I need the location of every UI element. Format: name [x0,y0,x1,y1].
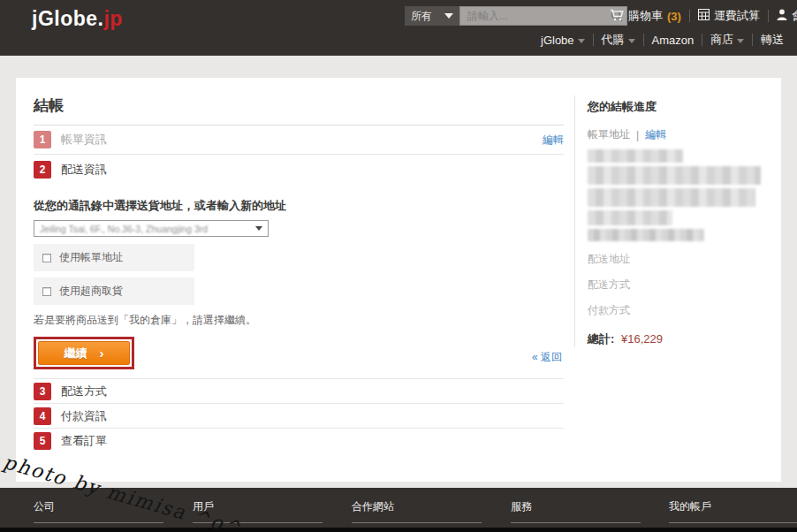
redacted-line [588,210,672,225]
nav-label: 轉送 [761,32,784,48]
step-row-billing-info: 1 帳單資訊 編輯 [34,125,564,155]
remaining-steps: 3 配送方式 4 付款資訊 5 查看訂單 [34,379,564,453]
cart-link[interactable]: 購物車 (3) [610,8,681,24]
edit-billing-address-link[interactable]: 編輯 [645,127,666,142]
logo-accent-text: jp [103,7,122,30]
address-select-value: Jeiling Tsai, 6F., No.36-3, Zhuangjing 3… [40,224,252,234]
separator: | [636,129,639,141]
divider [768,10,769,22]
total-value: ¥16,229 [621,332,663,346]
checkbox-icon[interactable] [42,254,51,262]
step-label: 配送方式 [61,384,107,399]
search-category-dropdown[interactable]: 所有 [405,6,459,26]
cart-label: 購物車 [628,8,663,24]
divider [193,522,323,523]
chevron-right-icon: › [100,346,104,360]
continue-button-label: 繼續 [65,346,87,361]
divider [34,522,163,523]
footer-column-users: 用戶 [193,499,323,523]
payment-method-label: 付款方式 [588,303,778,318]
nav-label: Amazon [652,34,695,47]
sidebar-title: 您的結帳進度 [588,99,778,115]
step-row-review-order: 5 查看訂單 [34,429,564,453]
caret-down-icon [737,39,744,43]
nav-label: 代購 [602,32,625,48]
nav-item-jglobe[interactable]: jGlobe [541,34,585,47]
divider [511,522,641,523]
warehouse-note: 若是要將商品送到「我的倉庫」，請選擇繼續。 [34,313,564,328]
shipping-info-section: 從您的通訊錄中選擇送貨地址，或者輸入新的地址 Jeiling Tsai, 6F.… [34,198,564,379]
footer-column-my-account: 我的帳戶 [669,499,797,523]
site-header: jGlobe.jp 所有 購物車 (3) 運費試算 [0,0,797,56]
caret-down-icon [628,39,635,43]
redacted-address-block [588,149,778,241]
cart-icon [610,9,624,24]
step-label: 付款資訊 [61,408,107,424]
shipping-method-label: 配送方式 [588,277,778,293]
step-number-badge: 5 [34,432,51,450]
use-billing-address-option[interactable]: 使用帳單地址 [34,244,194,271]
footer-column-title[interactable]: 我的帳戶 [669,499,797,514]
header-quicklinks: 購物車 (3) 運費試算 會員 [610,8,797,24]
shipping-address-label: 配送地址 [588,252,778,267]
site-footer: 公司 用戶 合作網站 服務 我的帳戶 [0,488,797,528]
redacted-line [588,166,761,185]
search-category-label: 所有 [411,9,432,24]
caret-down-icon [578,39,585,43]
divider [352,522,482,523]
nav-item-daigou[interactable]: 代購 [602,32,635,48]
member-link[interactable]: 會員 [777,8,797,24]
search-field [459,6,627,26]
checkbox-icon[interactable] [42,287,51,296]
step-label: 配送資訊 [61,162,107,178]
nav-item-amazon[interactable]: Amazon [652,34,695,47]
freight-label: 運費試算 [714,8,760,24]
divider [669,522,797,523]
freight-calculator-link[interactable]: 運費試算 [698,8,760,24]
footer-column-title[interactable]: 公司 [34,499,163,514]
step-label: 查看訂單 [61,433,107,449]
user-icon [777,9,787,23]
footer-column-company: 公司 [34,499,163,523]
caret-down-icon [444,13,453,19]
nav-item-forwarding[interactable]: 轉送 [761,32,784,48]
search-input[interactable] [459,6,627,26]
checkout-progress-sidebar: 您的結帳進度 帳單地址 | 編輯 配送地址 配送方式 付款方式 總計: ¥16,… [574,95,778,347]
step-row-shipping-method: 3 配送方式 [34,379,564,404]
nav-item-shop[interactable]: 商店 [710,32,744,48]
footer-column-title[interactable]: 服務 [511,499,641,514]
annotation-highlight-box: 繼續 › [34,337,134,369]
calculator-icon [698,9,710,23]
redacted-line [588,188,755,207]
divider [702,34,702,46]
cart-count: (3) [667,10,681,23]
continue-button[interactable]: 繼續 › [38,341,130,365]
caret-down-icon [255,226,262,231]
step-number-badge: 3 [34,383,51,400]
use-store-pickup-option[interactable]: 使用超商取貨 [34,277,194,305]
member-label: 會員 [792,8,797,24]
divider [752,34,753,46]
main-nav: jGlobe 代購 Amazon 商店 轉送 [541,32,784,48]
site-logo[interactable]: jGlobe.jp [32,7,123,31]
checkbox-label: 使用帳單地址 [59,250,123,265]
divider [593,34,594,46]
step-number-badge: 2 [34,161,51,179]
checkbox-label: 使用超商取貨 [59,284,123,299]
redacted-line [588,229,704,241]
back-link[interactable]: « 返回 [532,350,562,365]
total-label: 總計: [588,332,614,346]
footer-column-partners: 合作網站 [352,499,482,523]
checkout-panel: 結帳 1 帳單資訊 編輯 2 配送資訊 從您的通訊錄中選擇送貨地址，或者輸入新的… [16,78,781,482]
footer-column-title[interactable]: 用戶 [193,499,323,514]
nav-label: jGlobe [541,34,574,47]
billing-address-header: 帳單地址 | 編輯 [588,127,778,142]
page-title: 結帳 [34,95,564,116]
address-select[interactable]: Jeiling Tsai, 6F., No.36-3, Zhuangjing 3… [34,220,269,237]
footer-column-title[interactable]: 合作網站 [352,499,482,514]
billing-address-label: 帳單地址 [588,127,630,142]
edit-billing-link[interactable]: 編輯 [543,133,564,148]
nav-label: 商店 [710,32,733,48]
checkout-main-column: 結帳 1 帳單資訊 編輯 2 配送資訊 從您的通訊錄中選擇送貨地址，或者輸入新的… [34,78,564,453]
divider [643,34,644,46]
